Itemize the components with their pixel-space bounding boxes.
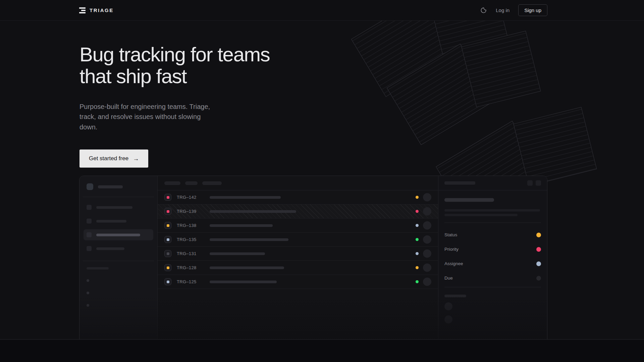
mockup-sidebar-section — [84, 261, 153, 307]
skeleton-text-line — [444, 209, 540, 212]
assignee-avatar — [423, 235, 431, 244]
triage-logo-icon — [79, 7, 86, 13]
detail-field-row: Priority — [444, 247, 541, 252]
panel-action-icon — [536, 180, 541, 186]
assignee-avatar — [423, 193, 431, 201]
signup-button[interactable]: Sign up — [518, 4, 547, 16]
skeleton-issue-title — [210, 281, 277, 283]
brand-name: TRIAGE — [90, 7, 114, 13]
issue-type-icon — [164, 194, 171, 201]
detail-panel-body: Status Priority Assignee Due — [438, 190, 547, 323]
comment-avatar — [444, 315, 452, 323]
status-dot — [416, 224, 419, 227]
status-dot — [416, 252, 419, 255]
issue-type-icon — [164, 250, 171, 257]
comment-avatar — [444, 302, 452, 310]
field-label: Status — [444, 232, 457, 237]
skeleton-issue-title — [210, 196, 281, 199]
skeleton-bar — [444, 181, 475, 185]
issue-type-icon — [164, 278, 171, 285]
brand-logo[interactable]: TRIAGE — [79, 7, 114, 13]
status-dot — [416, 210, 419, 213]
top-navbar: TRIAGE Log in Sign up — [0, 0, 644, 21]
page-title: Bug tracking for teams that ship fast — [79, 44, 644, 87]
issue-list-toolbar — [158, 176, 438, 190]
detail-field-row: Status — [444, 232, 541, 237]
skeleton-pill — [185, 181, 198, 185]
sidebar-nav-item-active — [84, 229, 153, 240]
issue-id: TRG–128 — [177, 265, 198, 270]
sidebar-nav-item — [84, 216, 153, 227]
issue-rows: TRG–142 TRG–139 TRG–138 TRG–135 TRG–131 — [158, 190, 438, 289]
mockup-detail-panel: Status Priority Assignee Due — [438, 176, 547, 340]
divider — [444, 287, 541, 287]
sidebar-dot-item — [87, 279, 89, 282]
skeleton-bar — [96, 234, 140, 236]
issue-id: TRG–125 — [177, 279, 198, 284]
assignee-avatar — [423, 263, 431, 272]
issue-type-icon — [164, 208, 171, 215]
field-label: Assignee — [444, 261, 463, 266]
skeleton-issue-title — [210, 224, 273, 227]
issue-row: TRG–142 — [158, 190, 438, 204]
status-dot — [416, 280, 419, 283]
arrow-right-icon: → — [133, 156, 139, 162]
skeleton-pill — [164, 181, 180, 185]
assignee-avatar — [423, 221, 431, 230]
detail-panel-actions — [527, 180, 541, 186]
issue-id: TRG–131 — [177, 251, 198, 256]
issue-id: TRG–139 — [177, 209, 198, 214]
status-dot — [416, 238, 419, 241]
skeleton-issue-title — [210, 252, 265, 255]
sidebar-dot-item — [87, 292, 89, 294]
skeleton-title-bar — [444, 198, 494, 202]
issue-row: TRG–131 — [158, 247, 438, 261]
status-dot — [416, 196, 419, 199]
app-mockup: TRG–142 TRG–139 TRG–138 TRG–135 TRG–131 — [79, 176, 547, 340]
moon-icon — [480, 7, 487, 13]
detail-field-row: Assignee — [444, 261, 541, 266]
hero-subtitle: Purpose-built for engineering teams. Tri… — [79, 102, 220, 132]
skeleton-issue-title — [210, 210, 296, 213]
issue-row: TRG–135 — [158, 233, 438, 247]
page-title-line1: Bug tracking for teams — [79, 44, 644, 65]
status-dot — [416, 266, 419, 269]
workspace-avatar — [87, 183, 93, 190]
skeleton-issue-title — [210, 238, 288, 241]
theme-toggle[interactable] — [480, 7, 487, 14]
divider — [444, 223, 541, 223]
skeleton-text-line — [444, 214, 518, 216]
mockup-workspace-switcher — [84, 183, 153, 197]
skeleton-bar — [96, 220, 126, 223]
nav-item-icon — [87, 219, 92, 224]
issue-row: TRG–128 — [158, 261, 438, 275]
skeleton-bar — [96, 206, 132, 209]
skeleton-issue-title — [210, 266, 284, 269]
detail-field-row: Due — [444, 276, 541, 281]
issue-type-icon — [164, 264, 171, 271]
sidebar-nav-item — [84, 202, 153, 213]
sidebar-nav-item — [84, 243, 153, 254]
get-started-button[interactable]: Get started free → — [79, 149, 148, 168]
login-link[interactable]: Log in — [496, 7, 509, 13]
mockup-issue-list: TRG–142 TRG–139 TRG–138 TRG–135 TRG–131 — [158, 176, 438, 340]
nav-item-icon — [87, 246, 92, 251]
detail-fields: Status Priority Assignee Due — [444, 232, 541, 281]
page-title-line2: that ship fast — [79, 65, 644, 87]
nav-actions: Log in Sign up — [480, 4, 547, 16]
issue-row: TRG–138 — [158, 219, 438, 233]
skeleton-bar — [444, 295, 466, 297]
issue-row: TRG–125 — [158, 275, 438, 289]
sidebar-dot-item — [87, 304, 89, 307]
issue-type-icon — [164, 236, 171, 243]
issue-type-icon — [164, 222, 171, 229]
skeleton-bar — [96, 247, 124, 250]
next-section — [0, 340, 644, 362]
assignee-avatar — [423, 278, 431, 286]
mockup-sidebar — [79, 176, 158, 340]
field-value-dot — [536, 233, 541, 237]
get-started-label: Get started free — [89, 155, 128, 162]
nav-item-icon — [87, 232, 92, 237]
issue-id: TRG–135 — [177, 237, 198, 242]
field-value-dot — [536, 247, 541, 252]
